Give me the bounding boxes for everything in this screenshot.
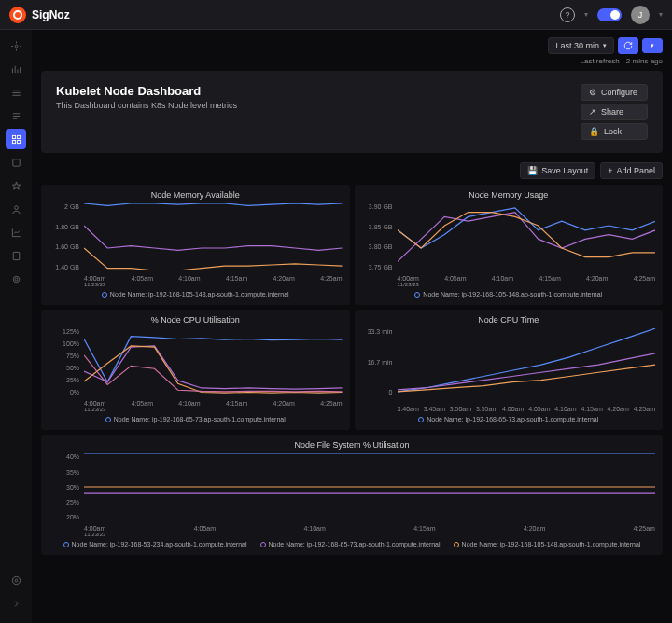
refresh-interval-button[interactable]: ▾ (642, 38, 663, 53)
brand-name: SigNoz (32, 8, 70, 21)
main: Last 30 min ▾ ▾ Last refresh - 2 mins ag… (32, 30, 672, 623)
svg-rect-5 (12, 159, 19, 165)
chart: 40%35%30%25%20%4:00am11/23/234:05am4:10a… (49, 453, 655, 537)
panel-mem_usage[interactable]: Node Memory Usage3.90 GB3.85 GB3.80 GB3.… (355, 185, 664, 305)
panel-title: Node Memory Usage (362, 190, 656, 200)
legend: Node Name: ip-192-168-65-73.ap-south-1.c… (362, 416, 656, 422)
sidebar-item-6[interactable] (6, 175, 26, 196)
save-layout-button[interactable]: 💾Save Layout (520, 162, 595, 179)
sidebar (0, 30, 32, 623)
sidebar-collapse[interactable] (6, 593, 26, 614)
panel-title: Node CPU Time (362, 315, 656, 325)
sidebar-item-0[interactable] (6, 35, 26, 56)
dashboard-subtitle: This Dashboard contains K8s Node level m… (56, 101, 237, 110)
time-range-picker[interactable]: Last 30 min ▾ (548, 37, 614, 54)
help-icon[interactable]: ? (560, 7, 575, 22)
topbar: SigNoz ? ▾ J ▾ (0, 0, 672, 30)
plus-icon: + (608, 166, 612, 175)
svg-rect-1 (12, 135, 15, 138)
panel-mem_avail[interactable]: Node Memory Available2 GB1.80 GB1.60 GB1… (41, 185, 350, 305)
chart: 33.3 min16.7 min03:40am3:45am3:50am3:55a… (362, 328, 656, 412)
lock-icon: 🔒 (589, 127, 599, 136)
share-icon: ↗ (589, 107, 596, 117)
svg-point-8 (15, 278, 18, 281)
theme-toggle[interactable] (597, 8, 622, 21)
dashboard-title: Kubelet Node Dashboard (56, 84, 237, 98)
share-button[interactable]: ↗Share (581, 104, 648, 120)
panel-cpu_util[interactable]: % Node CPU Utilisation125%100%75%50%25%0… (41, 310, 350, 430)
svg-rect-4 (17, 140, 20, 143)
logo-icon (9, 7, 26, 23)
panel-cpu_time[interactable]: Node CPU Time33.3 min16.7 min03:40am3:45… (355, 310, 664, 430)
last-refresh-text: Last refresh - 2 mins ago (41, 57, 663, 65)
help-caret: ▾ (584, 10, 588, 19)
svg-point-10 (15, 579, 18, 582)
svg-rect-3 (12, 140, 15, 143)
add-panel-button[interactable]: +Add Panel (600, 162, 663, 179)
svg-point-6 (14, 205, 18, 209)
panel-fs_util[interactable]: Node File System % Utilisation40%35%30%2… (41, 435, 663, 555)
sidebar-item-dashboards[interactable] (6, 129, 26, 149)
legend: Node Name: ip-192-168-53-234.ap-south-1.… (49, 541, 655, 547)
lock-button[interactable]: 🔒Lock (581, 123, 648, 140)
sidebar-item-10[interactable] (6, 269, 26, 289)
sidebar-item-support[interactable] (6, 570, 26, 590)
chart: 3.90 GB3.85 GB3.80 GB3.75 GB4:00am11/23/… (362, 203, 656, 287)
refresh-button[interactable] (618, 37, 638, 54)
svg-point-9 (12, 576, 20, 584)
svg-rect-2 (17, 135, 20, 138)
legend: Node Name: ip-192-168-105-148.ap-south-1… (362, 291, 656, 298)
panel-title: Node Memory Available (49, 190, 343, 200)
legend: Node Name: ip-192-168-105-148.ap-south-1… (49, 291, 343, 298)
sidebar-item-2[interactable] (6, 82, 26, 103)
svg-rect-7 (13, 252, 19, 259)
gear-icon: ⚙ (589, 88, 596, 97)
panel-title: Node File System % Utilisation (49, 440, 655, 450)
panel-title: % Node CPU Utilisation (49, 315, 343, 325)
dashboard-header: Kubelet Node Dashboard This Dashboard co… (41, 71, 663, 153)
sidebar-item-8[interactable] (6, 222, 26, 242)
chart: 125%100%75%50%25%0%4:00am11/23/234:05am4… (49, 328, 343, 412)
logo[interactable]: SigNoz (9, 7, 70, 23)
chart: 2 GB1.80 GB1.60 GB1.40 GB4:00am11/23/234… (49, 203, 343, 287)
sidebar-item-5[interactable] (6, 152, 26, 173)
save-icon: 💾 (527, 166, 538, 175)
sidebar-item-7[interactable] (6, 199, 26, 219)
sidebar-item-9[interactable] (6, 245, 26, 266)
avatar-caret: ▾ (659, 10, 663, 19)
svg-point-0 (15, 45, 18, 48)
avatar[interactable]: J (631, 6, 650, 24)
sidebar-item-1[interactable] (6, 59, 26, 79)
legend: Node Name: ip-192-168-65-73.ap-south-1.c… (49, 416, 343, 422)
sidebar-item-3[interactable] (6, 105, 26, 126)
configure-button[interactable]: ⚙Configure (581, 84, 648, 101)
